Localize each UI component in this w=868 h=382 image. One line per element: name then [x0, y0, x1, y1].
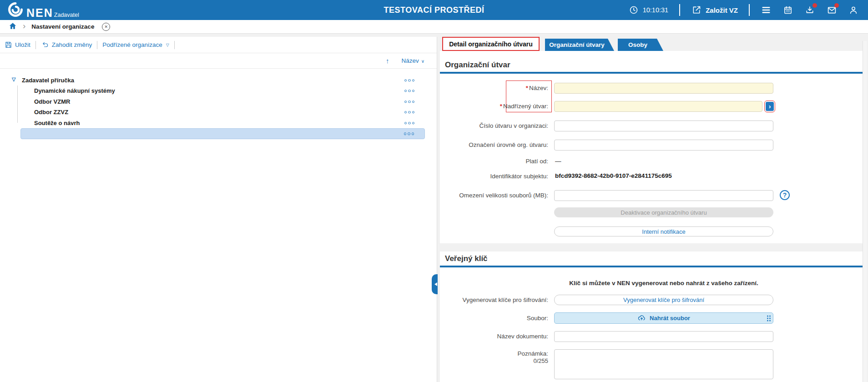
field-label-name: *Název: — [439, 85, 548, 91]
field-label-subject-id: Identifikátor subjektu: — [439, 173, 548, 180]
tab-persons[interactable]: Osoby — [618, 39, 663, 51]
left-toolbar: Uložit Zahodit změny Podřízené organizac… — [0, 37, 437, 53]
mail-icon[interactable] — [826, 5, 837, 15]
section-title-org-unit: Organizační útvar — [445, 60, 510, 70]
public-key-info-text: Klíč si můžete v NEN vygenerovat nebo na… — [554, 280, 773, 286]
expander-icon[interactable]: ▽ — [12, 76, 15, 82]
undo-icon — [41, 41, 49, 49]
top-bar: NEN Zadavatel TESTOVACÍ PROSTŘEDÍ 10:10:… — [0, 0, 868, 20]
section-underline — [440, 72, 863, 74]
save-button[interactable]: Uložit — [5, 41, 30, 49]
menu-icon[interactable] — [761, 5, 772, 15]
sort-ascending-icon[interactable]: ↑ — [386, 57, 389, 65]
tab-detail-org-unit[interactable]: Detail organizačního útvaru — [442, 37, 540, 51]
discard-changes-button[interactable]: Zahodit změny — [41, 41, 92, 49]
mail-badge — [834, 3, 839, 8]
tree-column-header: ↑ Název∨ — [0, 53, 437, 69]
detail-panel: Detail organizačního útvaru Organizační … — [438, 34, 868, 382]
tree-row-selected-new[interactable] — [20, 128, 425, 139]
clock-time: 10:10:31 — [628, 5, 668, 15]
field-label-unit-level: Označení úrovně org. útvaru: — [439, 141, 548, 148]
field-label-note: Poznámka: — [439, 350, 548, 357]
column-name-sort[interactable]: Název∨ — [401, 57, 424, 64]
field-label-parent-unit: *Nadřízený útvar: — [439, 103, 548, 110]
row-menu-icon[interactable] — [404, 90, 415, 92]
generate-keys-button[interactable]: Vygenerovat klíče pro šifrování — [554, 295, 773, 305]
valid-from-value: — — [555, 158, 561, 165]
help-icon[interactable]: ? — [780, 190, 790, 200]
current-time: 10:10:31 — [643, 6, 668, 14]
toolbar-separator — [174, 41, 175, 49]
drag-grip-icon[interactable] — [767, 315, 771, 321]
row-menu-icon[interactable] — [404, 132, 414, 135]
field-label-file-size-limit: Omezení velikosti souborů (MB): — [439, 192, 548, 199]
user-icon[interactable] — [848, 5, 859, 15]
vertical-scrollbar[interactable] — [863, 41, 867, 382]
document-name-input[interactable] — [554, 331, 773, 342]
row-menu-icon[interactable] — [404, 79, 415, 82]
suborganizations-menu[interactable]: Podřízené organizace ▽ — [102, 41, 169, 48]
upload-file-button[interactable]: Nahrát soubor — [554, 312, 773, 324]
field-label-generate-keys: Vygenerovat klíče pro šifrování: — [439, 297, 548, 303]
brand[interactable]: NEN Zadavatel — [0, 1, 79, 19]
section-title-public-key: Veřejný klíč — [445, 254, 488, 263]
note-char-counter: 0/255 — [439, 357, 548, 364]
unit-number-input[interactable] — [554, 121, 773, 131]
brand-role: Zadavatel — [54, 12, 79, 18]
tree-row[interactable]: Soutěže o návrh — [0, 118, 437, 128]
deactivate-unit-button[interactable]: Deaktivace organizačního útvaru — [554, 207, 773, 217]
name-input[interactable] — [554, 83, 773, 94]
breadcrumb-chevron-icon: › — [23, 22, 25, 30]
collapse-arrow-icon — [433, 282, 437, 286]
file-size-limit-input[interactable] — [554, 190, 773, 201]
tree-row[interactable]: Odbor VZMR — [0, 96, 437, 107]
field-label-unit-number: Číslo útvaru v organizaci: — [439, 122, 548, 129]
tree-row[interactable]: Dynamické nákupní systémy — [0, 85, 437, 96]
collapse-panel-handle[interactable] — [432, 274, 438, 294]
field-label-valid-from: Platí od: — [439, 158, 548, 165]
row-menu-icon[interactable] — [404, 111, 415, 114]
dropdown-triangle-icon: ▽ — [166, 43, 169, 47]
parent-unit-input[interactable] — [554, 101, 762, 112]
clock-icon — [628, 5, 639, 15]
brand-name: NEN — [26, 7, 53, 19]
topbar-divider — [679, 4, 680, 16]
row-menu-icon[interactable] — [404, 101, 415, 103]
tab-org-units[interactable]: Organizační útvary — [545, 39, 614, 51]
org-tree: ▽ Zadavatel příručka Dynamické nákupní s… — [0, 69, 437, 382]
parent-unit-picker-button[interactable]: › — [766, 102, 774, 111]
section-underline — [440, 266, 863, 267]
close-page-icon[interactable]: ✕ — [102, 23, 110, 31]
breadcrumb-page[interactable]: Nastavení organizace — [31, 23, 94, 30]
subject-id-value: bfcd9392-8682-42b0-9107-e2841175c695 — [555, 172, 672, 179]
note-textarea[interactable] — [554, 349, 773, 379]
nen-logo-icon — [7, 1, 24, 18]
edit-icon — [691, 5, 702, 15]
org-structure-panel: Uložit Zahodit změny Podřízené organizac… — [0, 37, 437, 382]
field-label-file: Soubor: — [439, 315, 548, 322]
tree-row[interactable]: Odbor ZZVZ — [0, 107, 437, 117]
toolbar-separator — [97, 41, 97, 49]
create-vz-button[interactable]: Založit VZ — [691, 5, 738, 15]
field-label-document-name: Název dokumentu: — [439, 333, 548, 340]
topbar-divider — [749, 4, 750, 16]
save-icon — [5, 41, 12, 49]
calendar-icon[interactable] — [782, 5, 793, 15]
row-menu-icon[interactable] — [404, 122, 415, 125]
breadcrumb: › Nastavení organizace ✕ — [0, 20, 868, 34]
downloads-icon[interactable] — [804, 5, 815, 15]
downloads-badge — [812, 3, 817, 8]
internal-notifications-button[interactable]: Interní notifikace — [554, 226, 773, 236]
tree-row-root[interactable]: ▽ Zadavatel příručka — [0, 75, 437, 85]
cloud-upload-icon — [637, 314, 646, 322]
chevron-down-icon: ∨ — [421, 59, 424, 64]
toolbar-separator — [35, 41, 36, 49]
unit-level-input[interactable] — [554, 140, 773, 151]
home-icon[interactable] — [9, 22, 17, 32]
